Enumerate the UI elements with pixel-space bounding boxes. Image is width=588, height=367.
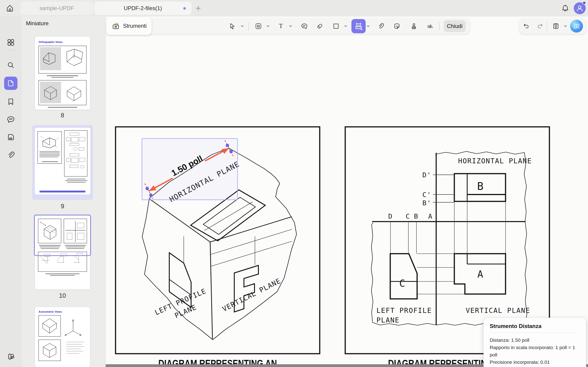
notifications-button[interactable] bbox=[560, 3, 570, 13]
chevron-down-icon bbox=[267, 25, 269, 27]
page-number: 9 bbox=[35, 203, 90, 210]
annotation-handle[interactable] bbox=[149, 194, 153, 197]
apps-grid-icon bbox=[6, 38, 15, 47]
annotation-handle[interactable] bbox=[229, 150, 233, 153]
label-c-prime: C' bbox=[422, 191, 431, 199]
annotation-toolbar: H T bbox=[107, 18, 470, 34]
label-view-a: A bbox=[477, 269, 484, 280]
avatar-badge-dot bbox=[582, 1, 586, 5]
updf-window: sample-UPDF UPDF-2-files(1) bbox=[0, 0, 588, 367]
paperclip-icon bbox=[377, 22, 384, 30]
label-view-b: B bbox=[477, 180, 484, 192]
text-tool-chevron[interactable] bbox=[288, 21, 293, 31]
close-button[interactable]: Chiudi bbox=[444, 20, 466, 32]
bookmark-icon bbox=[6, 97, 15, 106]
h-tool[interactable]: H bbox=[253, 21, 263, 31]
measure-tool-chevron[interactable] bbox=[365, 21, 371, 31]
label-b: B bbox=[414, 212, 418, 220]
signature-tool[interactable] bbox=[425, 21, 435, 31]
save-button[interactable] bbox=[551, 21, 561, 31]
svg-text:T: T bbox=[279, 23, 283, 29]
left-rail bbox=[0, 17, 21, 367]
thumbnail-preview: Orthographic Views. bbox=[35, 37, 90, 110]
toolbar-divider bbox=[439, 22, 440, 30]
label-a: A bbox=[428, 212, 432, 220]
tooltip-divider bbox=[490, 333, 580, 333]
label-left-profile: LEFT PROFILE bbox=[376, 307, 432, 315]
shapes-tool[interactable] bbox=[331, 21, 341, 31]
chevron-down-icon bbox=[344, 25, 347, 27]
tab-label: sample-UPDF bbox=[40, 5, 74, 11]
text-tool[interactable]: T bbox=[276, 21, 286, 31]
label-view-c: C bbox=[399, 278, 405, 289]
tools-label: Strumenti bbox=[123, 23, 147, 29]
home-button[interactable] bbox=[5, 3, 15, 13]
chevron-down-icon bbox=[289, 25, 292, 27]
ai-assistant-button[interactable] bbox=[570, 20, 583, 33]
text-icon: T bbox=[277, 22, 285, 31]
pdf-page-canvas[interactable]: HORIZONTAL PLANE LEFT PROFILE PLANE VERT… bbox=[106, 17, 588, 367]
swatches-icon bbox=[6, 352, 15, 361]
annotation-handle[interactable] bbox=[146, 187, 149, 190]
tab-updf-2-files[interactable]: UPDF-2-files(1) bbox=[94, 2, 191, 15]
label-c: C bbox=[406, 212, 410, 220]
rail-divider bbox=[6, 50, 15, 50]
h-tool-chevron[interactable] bbox=[265, 21, 271, 31]
sidebar-item-swatches[interactable] bbox=[4, 350, 17, 363]
sidebar-item-attachments[interactable] bbox=[4, 148, 17, 162]
page-number: 8 bbox=[35, 112, 90, 119]
sidebar-item-thumbnails[interactable] bbox=[4, 77, 17, 90]
svg-text:Axonometric Views: Axonometric Views bbox=[39, 310, 62, 313]
paperclip-icon bbox=[6, 151, 15, 159]
chevron-down-icon bbox=[564, 25, 567, 27]
thumbnail-page-10[interactable] bbox=[35, 216, 90, 290]
ai-sparkle-icon bbox=[572, 22, 581, 31]
label-horizontal-plane: HORIZONTAL PLANE bbox=[458, 157, 532, 165]
attach-tool[interactable] bbox=[376, 21, 386, 31]
stamp-tool[interactable] bbox=[409, 21, 419, 31]
chevron-down-icon bbox=[241, 25, 244, 27]
new-tab-button[interactable] bbox=[194, 4, 202, 12]
label-d-prime: D' bbox=[422, 171, 431, 179]
redo-button[interactable] bbox=[535, 21, 545, 31]
page-number: 10 bbox=[35, 292, 90, 299]
thumbnail-preview bbox=[35, 128, 90, 194]
tooltip-precision: Precisione incorporata: 0.01 bbox=[490, 359, 580, 366]
sticker-tool[interactable] bbox=[392, 21, 402, 31]
sidebar-item-bookmarks[interactable] bbox=[4, 95, 17, 108]
select-tool-chevron[interactable] bbox=[240, 21, 245, 31]
thumbnail-page-9[interactable] bbox=[32, 125, 93, 200]
tooltip-title: Strumento Distanza bbox=[490, 323, 580, 329]
chevron-down-icon bbox=[367, 25, 370, 27]
comment-tool[interactable] bbox=[299, 21, 309, 31]
sidebar-item-comments[interactable] bbox=[4, 113, 17, 126]
tooltip-distance: Distanza: 1.50 poll bbox=[490, 336, 580, 344]
pages-icon bbox=[6, 133, 15, 142]
thumbnail-page-11[interactable]: Axonometric Views bbox=[35, 307, 90, 367]
redo-icon bbox=[536, 22, 544, 30]
select-tool[interactable] bbox=[227, 21, 237, 31]
user-avatar-icon bbox=[575, 4, 584, 13]
topbar: sample-UPDF UPDF-2-files(1) bbox=[0, 0, 588, 17]
distance-annotation[interactable]: 1.50 poll bbox=[142, 139, 237, 200]
modified-dot bbox=[183, 7, 186, 10]
sidebar-item-apps[interactable] bbox=[4, 36, 17, 49]
search-icon bbox=[6, 61, 15, 70]
sidebar-item-search[interactable] bbox=[4, 59, 17, 72]
tab-sample-updf[interactable]: sample-UPDF bbox=[20, 2, 93, 15]
label-d: D bbox=[388, 212, 393, 220]
shapes-tool-chevron[interactable] bbox=[343, 21, 348, 31]
measure-tool[interactable] bbox=[351, 19, 366, 33]
annotation-handle[interactable] bbox=[226, 144, 229, 147]
save-chevron[interactable] bbox=[563, 21, 568, 31]
tools-button[interactable]: Strumenti bbox=[106, 17, 152, 35]
undo-button[interactable] bbox=[521, 21, 531, 31]
thumbnail-page-8[interactable]: Orthographic Views. bbox=[35, 37, 90, 110]
history-save-toolbar bbox=[519, 18, 586, 34]
label-vertical-plane: VERTICAL PLANE bbox=[466, 307, 530, 315]
save-icon bbox=[552, 22, 560, 31]
home-icon bbox=[6, 4, 14, 13]
sidebar-item-pages[interactable] bbox=[4, 131, 17, 144]
bell-icon bbox=[561, 4, 570, 13]
eraser-tool[interactable] bbox=[315, 21, 325, 31]
